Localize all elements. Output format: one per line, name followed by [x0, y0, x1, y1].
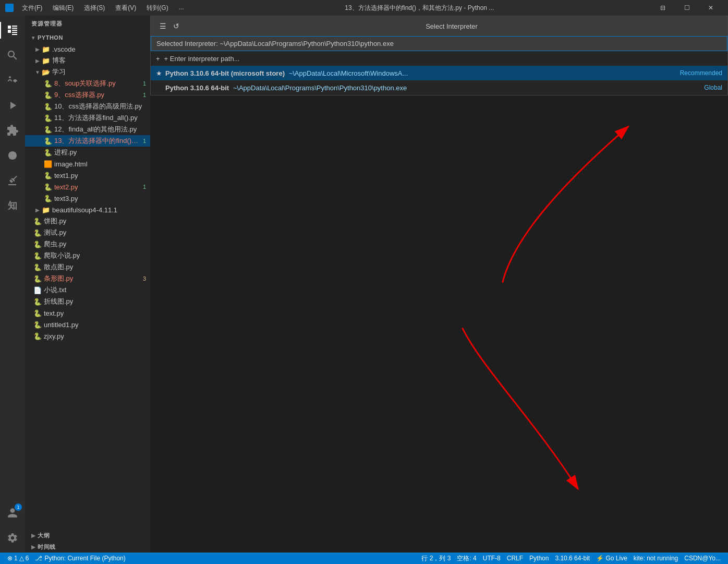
interpreter-option-1[interactable]: ★ Python 3.10.6 64-bit (microsoft store)…: [151, 66, 727, 80]
list-item[interactable]: ▶ 📁 .vscode: [25, 43, 150, 55]
statusbar: ⊗ 1 △ 6 ⎇ Python: Current File (Python) …: [0, 553, 728, 564]
test-icon[interactable]: [0, 168, 25, 193]
sidebar-bottom: ▶ 大纲 ▶ 时间线: [25, 530, 150, 553]
list-item[interactable]: 🐍 9、css选择器.py 1: [25, 89, 150, 101]
minimize-button[interactable]: ⊟: [651, 0, 675, 16]
file-tiaoxing: 条形图.py: [44, 274, 143, 283]
maximize-button[interactable]: ☐: [675, 0, 699, 16]
list-item[interactable]: 🐍 爬虫.py: [25, 238, 150, 250]
list-item[interactable]: 🐍 text.py: [25, 307, 150, 319]
file-paxiaoshuo: 爬取小说.py: [44, 251, 150, 260]
menu-select[interactable]: 选择(S): [80, 3, 109, 14]
branch-status[interactable]: ⎇ Python: Current File (Python): [32, 553, 128, 564]
list-item[interactable]: 🟧 image.html: [25, 158, 150, 170]
option2-name: Python 3.10.6 64-bit: [165, 84, 229, 92]
plus-icon: +: [156, 55, 160, 63]
menu-more[interactable]: ...: [175, 3, 188, 14]
error-status[interactable]: ⊗ 1 △ 6: [4, 553, 32, 564]
badge-9: 1: [143, 92, 146, 98]
file-bingtu: 饼图.py: [44, 217, 150, 226]
file-tree: ▼ PYTHON ▶ 📁 .vscode ▶ 📁 博客 ▼: [25, 32, 150, 530]
py-icon: 🐍: [33, 309, 42, 317]
folder-icon: 📁: [42, 206, 50, 214]
error-count: 1: [14, 555, 18, 562]
source-control-icon[interactable]: [0, 68, 25, 93]
list-item[interactable]: 🐍 条形图.py 3: [25, 273, 150, 284]
badge-tiaoxing: 3: [143, 275, 146, 282]
extensions-icon[interactable]: [0, 118, 25, 143]
py-icon: 🐍: [33, 217, 42, 225]
window-controls: ⊟ ☐ ✕: [651, 0, 723, 16]
bs4-label: beautifulsoup4-4.11.1: [52, 206, 150, 214]
encoding-status[interactable]: UTF-8: [480, 553, 504, 564]
file-label-9: 9、css选择器.py: [54, 90, 143, 100]
option1-path: ~\AppData\Local\Microsoft\WindowsA...: [289, 69, 408, 77]
close-button[interactable]: ✕: [699, 0, 723, 16]
file-label-10: 10、css选择器的高级用法.py: [54, 102, 150, 111]
list-icon[interactable]: ☰: [157, 20, 168, 32]
list-item[interactable]: 🐍 饼图.py: [25, 215, 150, 227]
list-item[interactable]: 🐍 10、css选择器的高级用法.py: [25, 101, 150, 112]
list-item[interactable]: 🐍 text2.py 1: [25, 181, 150, 193]
py-icon: 🐍: [44, 171, 52, 179]
timeline-section[interactable]: ▶ 时间线: [25, 541, 150, 553]
menu-view[interactable]: 查看(V): [111, 3, 140, 14]
position-status[interactable]: 行 2，列 3: [418, 553, 454, 564]
txt-icon: 📄: [33, 286, 42, 294]
file-label-text2: text2.py: [54, 183, 143, 191]
list-item[interactable]: 🐍 折线图.py: [25, 296, 150, 307]
list-item[interactable]: 🐍 12、finda_all的其他用法.py: [25, 124, 150, 135]
popup-icons: ☰ ↺: [157, 20, 182, 32]
list-item[interactable]: 🐍 8、soup关联选择.py 1: [25, 78, 150, 89]
option2-path: ~\AppData\Local\Programs\Python\Python31…: [233, 84, 407, 92]
file-xiaoshuo: 小说.txt: [44, 285, 150, 295]
list-item[interactable]: 🐍 text1.py: [25, 170, 150, 181]
html-icon: 🟧: [44, 160, 52, 168]
outline-section[interactable]: ▶ 大纲: [25, 530, 150, 541]
zhishi-icon[interactable]: 知: [0, 193, 25, 218]
branch-icon: ⎇: [35, 555, 42, 562]
explorer-icon[interactable]: [0, 18, 25, 43]
list-item[interactable]: 🐍 zjxy.py: [25, 330, 150, 342]
py-icon: 🐍: [33, 332, 42, 340]
list-item[interactable]: 🐍 爬取小说.py: [25, 250, 150, 261]
list-item[interactable]: 🐍 11、方法选择器find_all().py: [25, 112, 150, 124]
extra-status[interactable]: CSDN@Yo...: [681, 553, 724, 564]
file-label-image: image.html: [54, 160, 150, 168]
branch-label: Python: Current File (Python): [44, 555, 125, 562]
account-icon[interactable]: 1: [0, 500, 25, 525]
list-item[interactable]: ▶ 📁 博客: [25, 55, 150, 66]
menu-edit[interactable]: 编辑(E): [48, 3, 78, 14]
vscode-arrow: ▶: [33, 45, 42, 53]
search-icon[interactable]: [0, 43, 25, 68]
menu-goto[interactable]: 转到(G): [142, 3, 172, 14]
list-item[interactable]: 🐍 进程.py: [25, 147, 150, 158]
file-label-11: 11、方法选择器find_all().py: [54, 113, 150, 123]
titlebar: 文件(F) 编辑(E) 选择(S) 查看(V) 转到(G) ... 13、方法选…: [0, 0, 728, 16]
line-ending-status[interactable]: CRLF: [504, 553, 526, 564]
python-section-header[interactable]: ▼ PYTHON: [25, 32, 150, 43]
refresh-icon[interactable]: ↺: [171, 20, 182, 32]
list-item[interactable]: ▼ 📂 学习: [25, 66, 150, 78]
add-interpreter-item[interactable]: + + Enter interpreter path...: [151, 51, 727, 66]
list-item[interactable]: 📄 小说.txt: [25, 284, 150, 296]
menu-file[interactable]: 文件(F): [18, 3, 46, 14]
list-item[interactable]: 🐍 text3.py: [25, 193, 150, 204]
language-status[interactable]: Python: [526, 553, 552, 564]
interpreter-search-input[interactable]: [151, 36, 727, 51]
list-item[interactable]: 🐍 untitled1.py: [25, 319, 150, 330]
interpreter-option-2[interactable]: Python 3.10.6 64-bit ~\AppData\Local\Pro…: [151, 80, 727, 95]
py-icon: 🐍: [44, 137, 52, 145]
python-version-status[interactable]: 3.10.6 64-bit: [552, 553, 593, 564]
list-item[interactable]: ▶ 📁 beautifulsoup4-4.11.1: [25, 204, 150, 215]
list-item[interactable]: 🐍 散点图.py: [25, 261, 150, 273]
list-item[interactable]: 🐍 13、方法选择器中的find()，和... 1: [25, 135, 150, 147]
kite-status[interactable]: kite: not running: [630, 553, 681, 564]
file-label-text3: text3.py: [54, 195, 150, 202]
remote-icon[interactable]: [0, 143, 25, 168]
spaces-status[interactable]: 空格: 4: [454, 553, 479, 564]
settings-icon[interactable]: [0, 525, 25, 550]
run-icon[interactable]: [0, 93, 25, 118]
list-item[interactable]: 🐍 测试.py: [25, 227, 150, 238]
go-live-status[interactable]: ⚡ Go Live: [593, 553, 630, 564]
